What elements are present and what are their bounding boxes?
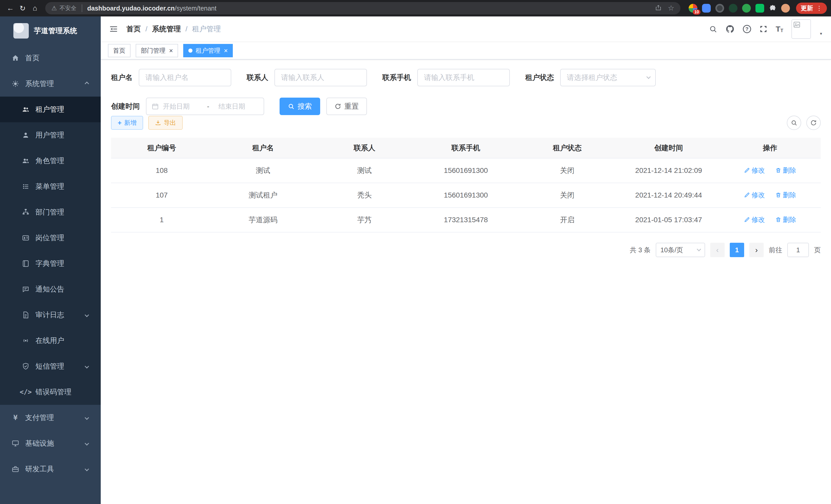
breadcrumb-system[interactable]: 系统管理 [152, 24, 181, 34]
tab-dept[interactable]: 部门管理 × [136, 44, 178, 57]
edit-button[interactable]: 修改 [744, 215, 765, 224]
add-button[interactable]: + 新增 [111, 116, 143, 130]
sidebar-item-sms[interactable]: 短信管理 [0, 353, 101, 379]
screen: ← ↻ ⌂ ⚠ 不安全 dashboard.yudao.iocoder.cn/s… [0, 0, 831, 504]
close-icon[interactable]: × [169, 47, 173, 54]
chevron-down-icon [85, 313, 89, 317]
share-icon[interactable] [655, 4, 662, 12]
extension-icon-6[interactable] [755, 4, 764, 12]
delete-button[interactable]: 删除 [775, 166, 796, 175]
warning-icon: ⚠ [51, 5, 57, 11]
monitor-icon [11, 440, 20, 447]
tags-view-bar: 首页 部门管理 × 租户管理 × [101, 42, 831, 60]
browser-chrome: ← ↻ ⌂ ⚠ 不安全 dashboard.yudao.iocoder.cn/s… [0, 0, 831, 17]
tenant-name-input[interactable] [139, 69, 231, 86]
github-icon[interactable] [725, 24, 735, 34]
edit-button[interactable]: 修改 [744, 190, 765, 200]
briefcase-icon [11, 465, 20, 473]
sidebar-item-online-user[interactable]: 在线用户 [0, 328, 101, 353]
tenants-icon [22, 106, 30, 113]
sidebar-item-infra[interactable]: 基础设施 [0, 431, 101, 456]
sidebar-item-tenant[interactable]: 租户管理 [0, 97, 101, 122]
calendar-icon [152, 103, 159, 110]
sidebar-item-post[interactable]: 岗位管理 [0, 225, 101, 251]
tab-home[interactable]: 首页 [108, 44, 131, 57]
sidebar-item-notice[interactable]: 通知公告 [0, 276, 101, 302]
sidebar-toggle-icon[interactable] [109, 24, 118, 34]
sidebar-item-home[interactable]: 首页 [0, 45, 101, 71]
status-label: 租户状态 [525, 73, 554, 83]
breadcrumb-home[interactable]: 首页 [126, 24, 141, 34]
refresh-button[interactable] [806, 116, 821, 130]
sidebar-item-error-code[interactable]: </> 错误码管理 [0, 379, 101, 405]
delete-button[interactable]: 删除 [775, 215, 796, 224]
sidebar-item-system[interactable]: 系统管理 [0, 71, 101, 97]
close-icon[interactable]: × [224, 47, 228, 54]
chevron-down-icon [85, 416, 89, 420]
date-end-placeholder[interactable]: 结束日期 [213, 102, 258, 111]
roles-icon [22, 157, 30, 165]
back-icon[interactable]: ← [4, 2, 17, 14]
app-header: 首页 / 系统管理 / 租户管理 ? [101, 17, 831, 42]
help-icon[interactable]: ? [743, 25, 751, 33]
chevron-down-icon [647, 75, 651, 79]
address-bar[interactable]: ⚠ 不安全 dashboard.yudao.iocoder.cn/system/… [45, 2, 681, 14]
bookmark-star-icon[interactable]: ☆ [668, 5, 674, 12]
chevron-down-icon [85, 364, 89, 368]
reset-button[interactable]: 重置 [326, 98, 367, 115]
edit-button[interactable]: 修改 [744, 166, 765, 175]
extension-icon-3[interactable] [715, 4, 724, 12]
delete-button[interactable]: 删除 [775, 190, 796, 200]
prev-page-button[interactable]: ‹ [710, 243, 725, 257]
extension-icon-4[interactable] [729, 4, 738, 12]
extension-icon-5[interactable] [742, 4, 751, 12]
goto-page-input[interactable] [787, 243, 809, 257]
update-menu-button[interactable]: 更新 ⋮ [796, 3, 827, 14]
sidebar-item-dept[interactable]: 部门管理 [0, 199, 101, 225]
search-icon[interactable] [709, 25, 717, 33]
date-start-placeholder[interactable]: 开始日期 [163, 102, 203, 111]
status-select[interactable]: 请选择租户状态 [560, 69, 656, 86]
sidebar-item-menu[interactable]: 菜单管理 [0, 174, 101, 199]
search-button[interactable]: 搜索 [280, 98, 320, 115]
breadcrumb: 首页 / 系统管理 / 租户管理 [126, 24, 221, 34]
phone-input[interactable] [417, 69, 510, 86]
sidebar-item-audit-log[interactable]: 审计日志 [0, 302, 101, 328]
extension-icon-2[interactable] [702, 4, 711, 12]
security-indicator[interactable]: ⚠ 不安全 [51, 4, 82, 12]
table-row: 107 测试租户 秃头 15601691300 关闭 2021-12-14 20… [111, 183, 821, 208]
reload-icon[interactable]: ↻ [17, 2, 29, 14]
user-avatar[interactable] [792, 19, 811, 39]
chevron-down-icon [85, 441, 89, 446]
menu-list-icon [22, 183, 30, 190]
tab-tenant[interactable]: 租户管理 × [183, 44, 233, 57]
date-range-picker[interactable]: 开始日期 - 结束日期 [146, 98, 264, 115]
export-button[interactable]: 导出 [148, 116, 183, 130]
home-icon [11, 54, 20, 62]
page-size-select[interactable]: 10条/页 [656, 243, 705, 257]
extension-icon-1[interactable]: 10 [689, 4, 697, 12]
refresh-icon [335, 103, 341, 110]
sidebar-item-dev-tools[interactable]: 研发工具 [0, 456, 101, 482]
table-row: 108 测试 测试 15601691300 关闭 2021-12-14 21:0… [111, 158, 821, 183]
next-page-button[interactable]: › [749, 243, 764, 257]
extension-badge: 10 [693, 9, 700, 14]
profile-avatar[interactable] [781, 4, 790, 12]
show-search-button[interactable] [787, 116, 801, 130]
home-icon[interactable]: ⌂ [29, 2, 41, 14]
chevron-down-icon [85, 467, 89, 471]
sidebar-item-role[interactable]: 角色管理 [0, 148, 101, 174]
extensions-puzzle-icon[interactable] [769, 4, 776, 12]
contact-input[interactable] [275, 69, 367, 86]
sidebar-item-dict[interactable]: 字典管理 [0, 251, 101, 276]
caret-down-icon[interactable]: ▼ [819, 32, 823, 36]
security-label: 不安全 [60, 4, 77, 12]
fullscreen-icon[interactable] [759, 25, 768, 33]
current-page-button[interactable]: 1 [730, 243, 744, 257]
app-title: 芋道管理系统 [34, 26, 77, 36]
font-size-icon[interactable]: TT [776, 25, 783, 33]
app-logo[interactable]: 芋道管理系统 [0, 17, 101, 45]
logo-avatar [13, 23, 29, 38]
sidebar-item-user[interactable]: 用户管理 [0, 122, 101, 148]
sidebar-item-pay[interactable]: ¥ 支付管理 [0, 405, 101, 431]
